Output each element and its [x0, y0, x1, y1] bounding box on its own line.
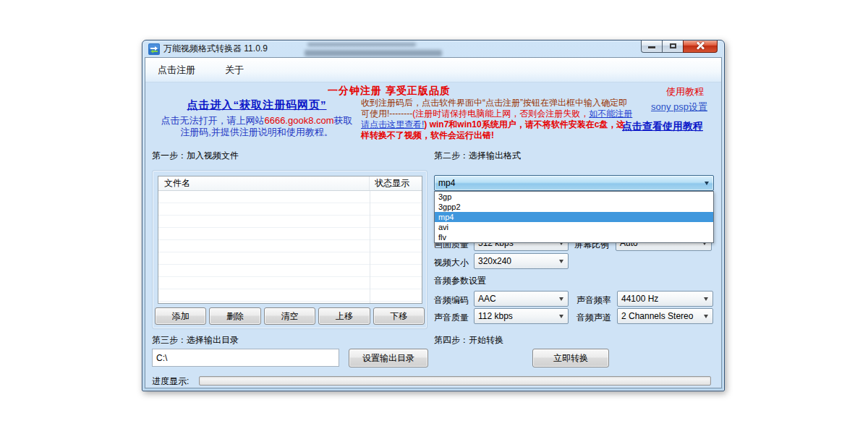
format-dropdown-list: 3gp 3gpp2 mp4 avi flv	[434, 191, 714, 243]
window-title: 万能视频格式转换器 11.0.9	[163, 43, 268, 55]
register-line1-pre: 点击无法打开，请上网站	[161, 115, 264, 126]
video-size-label: 视频大小	[434, 257, 469, 269]
step4-label: 第四步：开始转换	[434, 334, 503, 346]
convert-now-button[interactable]: 立即转换	[532, 349, 609, 367]
chevron-down-icon	[559, 260, 563, 263]
add-button[interactable]: 添加	[155, 307, 206, 325]
audio-section-title: 音频参数设置	[434, 275, 486, 287]
progress-bar	[199, 376, 711, 386]
audio-codec-value: AAC	[478, 294, 496, 304]
minimize-icon	[648, 46, 655, 48]
register-info-lines: 点击无法打开，请上网站6666.gook8.com获取 注册码,并提供注册说明和…	[151, 115, 362, 138]
format-option-mp4[interactable]: mp4	[435, 212, 713, 222]
glass-reflection	[307, 43, 416, 46]
step1-label: 第一步：加入视频文件	[152, 150, 239, 162]
register-line2: 注册码,并提供注册说明和使用教程。	[180, 127, 333, 137]
format-option-3gpp2[interactable]: 3gpp2	[435, 202, 713, 212]
audio-channel-value: 2 Channels Stereo	[621, 311, 693, 321]
chevron-down-icon	[559, 315, 563, 318]
instruction-part2: (注册时请保持电脑能上网，否则会注册失败，	[412, 109, 589, 119]
file-table[interactable]: 文件名 状态显示	[158, 176, 422, 304]
sample-rate-value: 44100 Hz	[621, 294, 658, 304]
view-tutorial-link[interactable]: 点击查看使用教程	[622, 120, 703, 133]
menu-item-register[interactable]: 点击注册	[158, 64, 195, 77]
menu-item-about[interactable]: 关于	[225, 64, 244, 77]
audio-quality-select[interactable]: 112 kbps	[474, 308, 569, 324]
window-controls	[641, 41, 718, 53]
file-table-body[interactable]	[158, 191, 422, 303]
delete-button[interactable]: 删除	[209, 307, 260, 325]
format-option-avi[interactable]: avi	[435, 222, 713, 232]
chevron-down-icon	[705, 182, 709, 185]
sony-psp-settings-link[interactable]: sony psp设置	[643, 101, 715, 114]
audio-quality-value: 112 kbps	[478, 311, 513, 321]
minimize-button[interactable]	[641, 41, 663, 53]
video-size-value: 320x240	[478, 256, 511, 266]
audio-codec-label: 音频编码	[434, 294, 469, 307]
sample-rate-label: 声音频率	[576, 294, 611, 307]
maximize-icon	[670, 43, 676, 48]
chevron-down-icon	[704, 315, 708, 318]
format-option-3gp[interactable]: 3gp	[435, 192, 713, 202]
file-table-header: 文件名 状态显示	[158, 176, 422, 191]
video-size-select[interactable]: 320x240	[474, 253, 569, 269]
client-area: 点击注册 关于 一分钟注册 享受正版品质 点击进入“获取注册码网页” 点击无法打…	[145, 57, 722, 388]
usage-tutorial-title: 使用教程	[654, 85, 716, 98]
audio-quality-label: 声音质量	[434, 312, 469, 324]
sample-rate-select[interactable]: 44100 Hz	[617, 291, 713, 307]
progress-label: 进度显示:	[152, 375, 189, 388]
set-output-dir-button[interactable]: 设置输出目录	[349, 349, 428, 367]
get-register-code-link[interactable]: 点击进入“获取注册码网页”	[187, 98, 327, 112]
title-bar: 万能视频格式转换器 11.0.9	[142, 41, 724, 57]
audio-codec-select[interactable]: AAC	[474, 291, 569, 307]
output-path-input[interactable]	[152, 349, 339, 367]
maximize-button[interactable]	[663, 41, 683, 53]
move-up-button[interactable]: 上移	[318, 307, 370, 325]
step2-label: 第二步：选择输出格式	[434, 150, 521, 162]
column-header-filename[interactable]: 文件名	[158, 176, 370, 190]
converter-app-icon	[148, 43, 160, 55]
audio-channel-select[interactable]: 2 Channels Stereo	[617, 308, 713, 324]
format-select[interactable]: mp4	[434, 175, 714, 191]
format-select-value: mp4	[438, 178, 455, 188]
close-icon	[697, 42, 705, 50]
register-instructions: 收到注册码后，点击软件界面中“点击注册”按钮在弹出框中输入确定即可使用!----…	[361, 98, 633, 141]
close-button[interactable]	[683, 41, 718, 53]
clear-button[interactable]: 清空	[264, 307, 315, 325]
move-down-button[interactable]: 下移	[373, 307, 425, 325]
file-action-buttons: 添加 删除 清空 上移 下移	[155, 307, 425, 325]
promo-headline: 一分钟注册 享受正版品质	[328, 85, 451, 98]
column-divider	[370, 191, 370, 303]
chevron-down-icon	[559, 297, 563, 301]
register-info-left: 点击进入“获取注册码网页” 点击无法打开，请上网站6666.gook8.com获…	[151, 98, 362, 138]
column-header-status[interactable]: 状态显示	[370, 177, 422, 190]
format-option-flv[interactable]: flv	[435, 232, 713, 242]
audio-channel-label: 音频声道	[576, 312, 611, 324]
menu-bar: 点击注册 关于	[145, 58, 721, 82]
step3-label: 第三步：选择输出目录	[152, 334, 239, 346]
register-line1-post: 获取	[334, 115, 353, 126]
glass-reflection	[305, 50, 442, 56]
register-site-url: 6666.gook8.com	[264, 115, 333, 126]
app-window: 万能视频格式转换器 11.0.9 点击注册 关于 一分钟注册 享受正版品质 点击…	[142, 40, 725, 391]
chevron-down-icon	[704, 297, 708, 301]
